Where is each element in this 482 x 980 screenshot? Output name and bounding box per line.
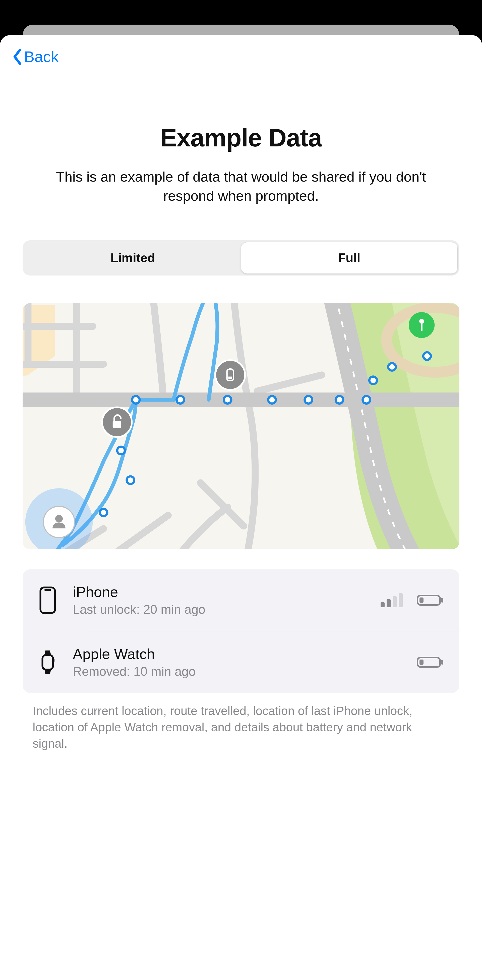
segment-limited[interactable]: Limited [25,242,241,274]
battery-icon [417,655,444,669]
page-title: Example Data [22,123,460,152]
svg-point-17 [55,515,63,523]
svg-rect-21 [228,377,232,380]
battery-icon [417,593,444,607]
device-row-watch[interactable]: Apple Watch Removed: 10 min ago [88,631,460,693]
device-status: Last unlock: 20 min ago [73,602,368,617]
device-name: Apple Watch [73,646,404,662]
svg-point-13 [117,447,125,454]
svg-rect-36 [441,660,443,665]
modal-sheet: Back Example Data This is an example of … [0,35,482,980]
map-preview [22,303,460,549]
page-subtitle: This is an example of data that would be… [22,167,460,205]
svg-rect-34 [53,659,54,662]
svg-point-7 [304,396,312,404]
status-bar [0,0,482,25]
footnote-text: Includes current location, route travell… [33,703,460,752]
signal-bars-icon [380,592,404,608]
back-label: Back [24,48,59,65]
svg-point-4 [176,396,184,404]
svg-point-3 [132,396,140,404]
svg-point-10 [369,377,377,384]
device-list: iPhone Last unlock: 20 min ago [22,570,460,693]
svg-point-11 [388,363,396,371]
svg-rect-32 [420,598,423,603]
watch-marker [216,360,245,390]
svg-point-6 [268,396,276,404]
applewatch-icon [35,649,60,676]
device-name: iPhone [73,584,368,600]
svg-rect-25 [44,589,51,591]
svg-point-8 [336,396,343,404]
svg-rect-37 [420,660,423,665]
svg-rect-27 [387,599,391,607]
segment-full[interactable]: Full [241,242,457,274]
svg-rect-20 [229,368,232,369]
svg-rect-24 [40,587,55,613]
svg-rect-33 [43,655,53,670]
device-status: Removed: 10 min ago [73,664,404,679]
segmented-control[interactable]: Limited Full [22,240,460,275]
svg-point-15 [100,509,107,516]
back-button[interactable]: Back [0,45,71,68]
iphone-icon [35,587,60,614]
svg-point-14 [127,476,134,484]
svg-rect-28 [393,596,396,607]
svg-rect-29 [399,593,403,607]
svg-point-9 [363,396,370,404]
device-row-iphone[interactable]: iPhone Last unlock: 20 min ago [22,570,460,631]
svg-rect-31 [441,598,443,603]
svg-rect-2 [22,393,460,407]
svg-point-5 [224,396,231,404]
chevron-left-icon [13,49,22,65]
svg-rect-23 [421,323,422,331]
svg-point-12 [423,352,431,360]
svg-rect-26 [381,602,385,607]
svg-rect-18 [113,421,121,428]
